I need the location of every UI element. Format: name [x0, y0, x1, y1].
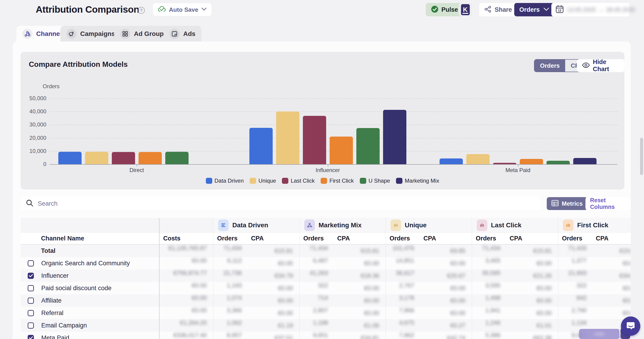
- reset-columns-button[interactable]: Reset Columns: [586, 197, 631, 210]
- model-group-label: Unique: [405, 222, 427, 229]
- metrics-button[interactable]: Metrics: [547, 197, 587, 210]
- attribution-table: Data DrivenMarketing MixUniqueLast Click…: [21, 218, 631, 339]
- orders-cell: 1,246: [472, 319, 506, 332]
- orders-cell: 1,074: [213, 294, 247, 307]
- date-end: 28.05.2025: [606, 6, 635, 13]
- bar-last-click[interactable]: [303, 116, 326, 164]
- row-checkbox[interactable]: [28, 323, 34, 329]
- row-checkbox[interactable]: [28, 273, 34, 279]
- cpa-cell: €34.89: [592, 272, 631, 279]
- bar-first-click[interactable]: [520, 159, 543, 164]
- model-group-header-row: Data DrivenMarketing MixUniqueLast Click…: [21, 218, 631, 233]
- metric-toggle-orders[interactable]: Orders: [534, 60, 565, 72]
- row-checkbox[interactable]: [28, 298, 34, 304]
- table-row-influencer: Influencer€756,874.7721,736€34.7941,263€…: [21, 270, 631, 282]
- orders-cell: 6,112: [213, 257, 247, 270]
- legend-item-first-click[interactable]: First Click: [320, 178, 354, 184]
- orders-header: Orders: [472, 233, 506, 244]
- cpa-cell: €9.85: [420, 247, 472, 255]
- bar-data-driven[interactable]: [250, 128, 273, 164]
- check-circle-icon: [431, 5, 439, 14]
- row-checkbox[interactable]: [28, 260, 34, 267]
- bar-u-shape[interactable]: [356, 128, 380, 164]
- autosave-dropdown[interactable]: Auto Save: [153, 3, 212, 16]
- cpa-cell: €42.74: [420, 335, 472, 339]
- pulse-button[interactable]: Pulse: [426, 3, 463, 16]
- row-checkbox[interactable]: [28, 310, 34, 316]
- model-group-header-first-click: First Click: [558, 218, 631, 233]
- bar-unique[interactable]: [276, 111, 300, 164]
- row-checkbox[interactable]: [28, 335, 34, 339]
- date-range-picker[interactable]: 12 13.05.2025 → 28.05.2025: [551, 3, 630, 16]
- row-label: Organic Search and Community: [41, 260, 130, 267]
- hide-chart-button[interactable]: Hide Chart: [577, 59, 624, 72]
- x-axis-line: [50, 164, 618, 165]
- row-label: Paid social discount code: [41, 285, 112, 292]
- legend-label: Unique: [258, 178, 276, 184]
- orders-cell: 3,595: [472, 282, 506, 294]
- costs-cell: €0.00: [159, 282, 213, 294]
- legend-swatch: [320, 178, 327, 184]
- chat-bubble-icon: [626, 321, 636, 332]
- legend-item-u-shape[interactable]: U Shape: [360, 178, 390, 184]
- orders-cell: 1,941: [472, 307, 506, 319]
- cpa-cell: €0.00: [420, 260, 472, 267]
- orders-cell: 71,434: [213, 245, 247, 257]
- vertical-scrollbar-thumb[interactable]: [640, 138, 643, 175]
- legend-swatch: [250, 178, 256, 184]
- legend-swatch: [360, 178, 366, 184]
- table-row-affiliate: Affiliate€0.001,074€0.00714€0.003,178€0.…: [21, 294, 631, 307]
- y-tick-label: 0: [20, 161, 46, 167]
- orders-header: Orders: [213, 233, 247, 244]
- orders-cell: 714: [300, 294, 334, 307]
- bar-first-click[interactable]: [330, 137, 353, 164]
- page-title: Attribution Comparison: [36, 4, 139, 15]
- orders-cell: 1,498: [472, 294, 506, 307]
- costs-cell: €1,135,765.87: [159, 245, 213, 257]
- model-group-label: Marketing Mix: [318, 222, 362, 229]
- bar-group-direct: [58, 152, 215, 164]
- orders-dropdown-button[interactable]: Orders: [514, 3, 554, 16]
- orders-cell: 7,866: [386, 307, 420, 319]
- legend-item-unique[interactable]: Unique: [250, 178, 276, 184]
- cpa-cell: €0.00: [334, 297, 386, 304]
- tab-ads[interactable]: Ads: [164, 26, 202, 42]
- tab-ads-label: Ads: [183, 30, 196, 37]
- k-logo-button[interactable]: K: [459, 3, 472, 16]
- tab-campaigns[interactable]: Campaigns: [60, 26, 121, 42]
- chart-title: Compare Attribution Models: [29, 60, 128, 69]
- lines-icon: [218, 220, 229, 231]
- bar-u-shape[interactable]: [165, 152, 188, 164]
- legend-item-data-driven[interactable]: Data Driven: [206, 178, 244, 184]
- grid-icon: [120, 29, 130, 39]
- help-icon[interactable]: ?: [138, 7, 145, 14]
- cpa-header: CPA: [506, 233, 558, 244]
- legend-item-last-click[interactable]: Last Click: [282, 178, 314, 184]
- bar-unique[interactable]: [466, 154, 490, 164]
- bar-data-driven[interactable]: [58, 152, 82, 164]
- bar-group-meta-paid: [440, 154, 596, 164]
- row-checkbox[interactable]: [28, 285, 34, 291]
- bar-data-driven[interactable]: [440, 158, 463, 164]
- bar-unique[interactable]: [85, 152, 108, 164]
- eye-icon: [582, 62, 590, 69]
- orders-cell: 1,377: [558, 257, 592, 270]
- table-row-organic-search-and-community: Organic Search and Community€0.006,112€0…: [21, 257, 631, 270]
- bar-last-click[interactable]: [112, 152, 135, 164]
- bar-marketing-mix[interactable]: [573, 158, 596, 164]
- bar-u-shape[interactable]: [546, 161, 570, 164]
- cpa-cell: €0.00: [420, 310, 472, 317]
- orders-cell: 71,434: [472, 245, 506, 257]
- table-row-referral: Referral€0.003,366€0.002,807€0.007,866€0…: [21, 307, 631, 319]
- legend-item-marketing-mix[interactable]: Marketing Mix: [396, 178, 439, 184]
- cpa-cell: €15.81: [247, 247, 300, 255]
- megaphone-icon: [66, 29, 76, 39]
- orders-cell: 7,862: [386, 332, 420, 339]
- chat-launcher-button[interactable]: [621, 317, 640, 336]
- bar-plot: [50, 98, 618, 164]
- bar-first-click[interactable]: [138, 152, 162, 164]
- search-input[interactable]: [38, 200, 476, 207]
- share-button[interactable]: Share: [479, 3, 517, 16]
- bar-marketing-mix[interactable]: [383, 110, 406, 164]
- channel-name-header: Channel Name: [41, 235, 84, 242]
